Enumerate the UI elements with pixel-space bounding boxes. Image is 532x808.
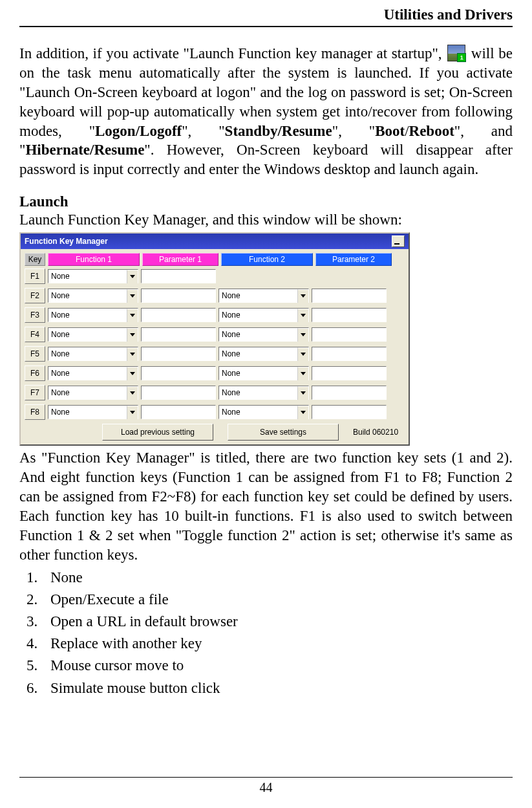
- function2-select[interactable]: None: [218, 308, 309, 322]
- function1-select[interactable]: None: [48, 269, 138, 283]
- parameter1-input[interactable]: [141, 405, 216, 419]
- chevron-down-icon[interactable]: [127, 367, 138, 380]
- page-header: Utilities and Drivers: [19, 6, 513, 27]
- p1-bold-2: Standby/Resume: [225, 123, 332, 139]
- function2-value: None: [219, 349, 297, 358]
- p1-bold-5: Hibernate/Resume: [25, 142, 144, 158]
- fkey-button[interactable]: F8: [25, 404, 45, 420]
- function1-select[interactable]: None: [48, 308, 138, 322]
- chevron-down-icon[interactable]: [127, 289, 138, 303]
- parameter1-input[interactable]: [141, 366, 216, 380]
- minimize-button[interactable]: [392, 235, 405, 247]
- header-parameter1: Parameter 1: [142, 253, 218, 266]
- build-label: Build 060210: [353, 428, 398, 437]
- function1-select[interactable]: None: [48, 347, 138, 361]
- list-item: Simulate mouse button click: [41, 678, 513, 699]
- p1-bold-3: Boot: [375, 123, 405, 139]
- chevron-down-icon[interactable]: [127, 309, 138, 322]
- function1-value: None: [48, 349, 127, 358]
- parameter2-input[interactable]: [312, 308, 387, 322]
- table-row: F2NoneNone: [25, 288, 405, 303]
- chevron-down-icon[interactable]: [297, 289, 308, 303]
- function2-value: None: [219, 330, 297, 339]
- function2-select[interactable]: None: [218, 386, 309, 400]
- parameter1-input[interactable]: [141, 269, 216, 283]
- function2-value: None: [219, 311, 297, 320]
- function1-select[interactable]: None: [48, 366, 138, 380]
- p1-text-4: ", ": [332, 123, 375, 139]
- function-key-manager-window: Function Key Manager Key Function 1 Para…: [19, 232, 410, 446]
- function2-select[interactable]: None: [218, 347, 309, 361]
- list-item: Open/Execute a file: [41, 589, 513, 610]
- function1-select[interactable]: None: [48, 386, 138, 400]
- save-settings-button[interactable]: Save settings: [228, 424, 339, 441]
- parameter1-input[interactable]: [141, 386, 216, 400]
- table-row: F8NoneNone: [25, 404, 405, 420]
- header-key: Key: [25, 253, 45, 266]
- header-function2: Function 2: [221, 253, 313, 266]
- fkey-button[interactable]: F2: [25, 288, 45, 303]
- chevron-down-icon[interactable]: [127, 347, 138, 361]
- chevron-down-icon[interactable]: [297, 386, 308, 400]
- load-previous-button[interactable]: Load previous setting: [102, 424, 213, 441]
- parameter2-input[interactable]: [312, 289, 387, 303]
- titlebar: Function Key Manager: [21, 234, 409, 249]
- fkey-button[interactable]: F5: [25, 346, 45, 362]
- parameter1-input[interactable]: [141, 308, 216, 322]
- function1-select[interactable]: None: [48, 405, 138, 419]
- parameter2-input[interactable]: [312, 405, 387, 419]
- table-row: F1None: [25, 268, 405, 284]
- parameter2-input[interactable]: [312, 327, 387, 342]
- function1-select[interactable]: None: [48, 289, 138, 303]
- function1-value: None: [48, 330, 127, 339]
- function1-value: None: [48, 408, 127, 417]
- table-row: F7NoneNone: [25, 385, 405, 400]
- parameter2-input[interactable]: [312, 366, 387, 380]
- fkey-button[interactable]: F7: [25, 385, 45, 400]
- p1-text-1: In addition, if you activate "Launch Fun…: [19, 45, 446, 61]
- chevron-down-icon[interactable]: [297, 309, 308, 322]
- function1-value: None: [48, 369, 127, 378]
- fkey-button[interactable]: F6: [25, 366, 45, 381]
- parameter1-input[interactable]: [141, 347, 216, 361]
- chevron-down-icon[interactable]: [297, 367, 308, 380]
- function2-select[interactable]: None: [218, 366, 309, 380]
- header-parameter2: Parameter 2: [315, 253, 392, 266]
- function1-value: None: [48, 272, 127, 281]
- table-row: F5NoneNone: [25, 346, 405, 362]
- table-row: F4NoneNone: [25, 327, 405, 342]
- p1-text-3: ", ": [182, 123, 224, 139]
- chevron-down-icon[interactable]: [127, 406, 138, 419]
- list-item: Open a URL in default browser: [41, 611, 513, 632]
- function1-value: None: [48, 388, 127, 397]
- chevron-down-icon[interactable]: [297, 328, 308, 342]
- fkey-button[interactable]: F4: [25, 327, 45, 342]
- parameter2-input[interactable]: [312, 347, 387, 361]
- chevron-down-icon[interactable]: [297, 347, 308, 361]
- parameter1-input[interactable]: [141, 289, 216, 303]
- page-number: 44: [260, 780, 273, 794]
- chevron-down-icon[interactable]: [127, 270, 138, 283]
- table-row: F3NoneNone: [25, 307, 405, 323]
- header-function1: Function 1: [48, 253, 140, 266]
- function1-value: None: [48, 291, 127, 300]
- chevron-down-icon[interactable]: [127, 386, 138, 400]
- list-item: Replace with another key: [41, 633, 513, 654]
- function1-select[interactable]: None: [48, 327, 138, 342]
- fkey-button[interactable]: F1: [25, 268, 45, 284]
- section-intro: Launch Function Key Manager, and this wi…: [19, 212, 513, 228]
- chevron-down-icon[interactable]: [127, 328, 138, 342]
- chevron-down-icon[interactable]: [297, 406, 308, 419]
- function2-select[interactable]: None: [218, 405, 309, 419]
- fkey-button[interactable]: F3: [25, 307, 45, 323]
- empty-cell: [312, 269, 387, 283]
- function1-value: None: [48, 311, 127, 320]
- parameter1-input[interactable]: [141, 327, 216, 342]
- list-item: None: [41, 567, 513, 588]
- table-row: F6NoneNone: [25, 366, 405, 381]
- function2-value: None: [219, 388, 297, 397]
- function2-select[interactable]: None: [218, 289, 309, 303]
- parameter2-input[interactable]: [312, 386, 387, 400]
- function2-select[interactable]: None: [218, 327, 309, 342]
- column-headers: Key Function 1 Parameter 1 Function 2 Pa…: [25, 253, 405, 266]
